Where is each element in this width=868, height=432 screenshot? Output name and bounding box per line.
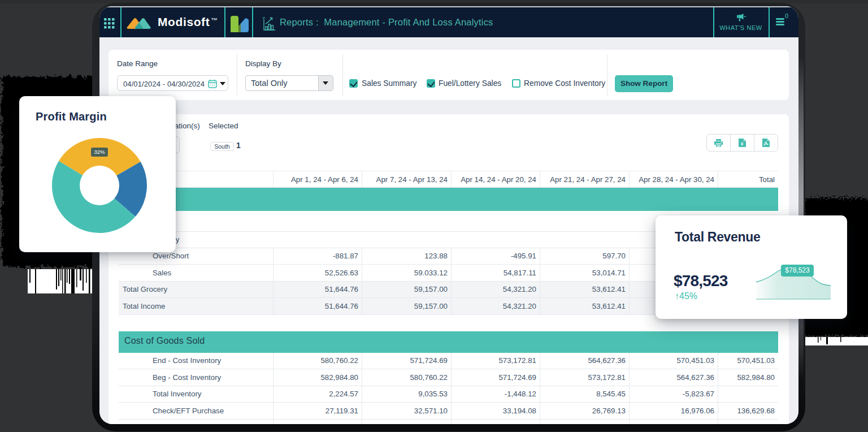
svg-text:x: x [741,141,744,146]
